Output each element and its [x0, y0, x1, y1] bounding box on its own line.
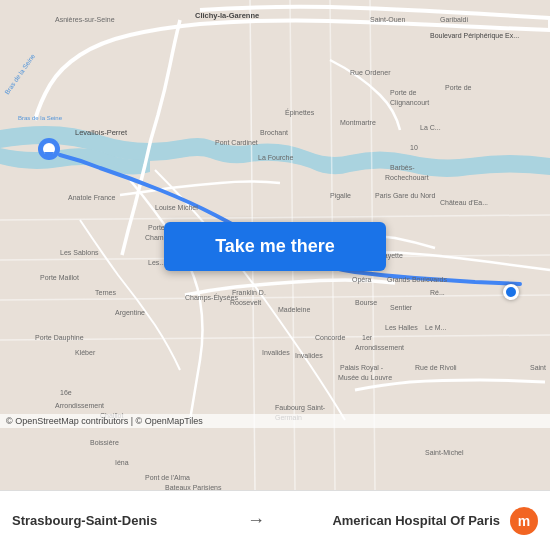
svg-text:Louise Michel: Louise Michel [155, 204, 198, 211]
svg-text:Pont de l'Alma: Pont de l'Alma [145, 474, 190, 481]
svg-text:Iéna: Iéna [115, 459, 129, 466]
svg-text:Palais Royal -: Palais Royal - [340, 364, 384, 372]
svg-text:Roosevelt: Roosevelt [230, 299, 261, 306]
svg-text:Les...: Les... [148, 259, 165, 266]
origin-info: Strasbourg-Saint-Denis [12, 513, 247, 528]
svg-text:Levallois-Perret: Levallois-Perret [75, 128, 128, 137]
svg-text:Franklin D.: Franklin D. [232, 289, 266, 296]
svg-text:Porte de: Porte de [445, 84, 472, 91]
svg-text:Musée du Louvre: Musée du Louvre [338, 374, 392, 381]
svg-text:Ternes: Ternes [95, 289, 117, 296]
svg-text:Grands Boulevards: Grands Boulevards [387, 276, 447, 283]
svg-text:Saint-Ouen: Saint-Ouen [370, 16, 406, 23]
svg-text:Anatole France: Anatole France [68, 194, 116, 201]
svg-text:Invalides: Invalides [295, 352, 323, 359]
svg-text:Les Sablons: Les Sablons [60, 249, 99, 256]
svg-text:Barbès-: Barbès- [390, 164, 415, 171]
svg-text:10: 10 [410, 144, 418, 151]
svg-text:Ré...: Ré... [430, 289, 445, 296]
svg-text:Porte Dauphine: Porte Dauphine [35, 334, 84, 342]
svg-text:Asnières-sur-Seine: Asnières-sur-Seine [55, 16, 115, 23]
svg-text:Faubourg Saint-: Faubourg Saint- [275, 404, 326, 412]
svg-text:Argentine: Argentine [115, 309, 145, 317]
svg-text:Rochechouart: Rochechouart [385, 174, 429, 181]
map-attribution: © OpenStreetMap contributors | © OpenMap… [0, 414, 550, 428]
svg-text:Montmartre: Montmartre [340, 119, 376, 126]
origin-pin [38, 138, 60, 170]
destination-info: American Hospital Of Paris [265, 513, 500, 528]
svg-text:Pont Cardinet: Pont Cardinet [215, 139, 258, 146]
svg-text:Bourse: Bourse [355, 299, 377, 306]
svg-text:Madeleine: Madeleine [278, 306, 310, 313]
svg-text:Le M...: Le M... [425, 324, 446, 331]
bottom-bar: Strasbourg-Saint-Denis → American Hospit… [0, 490, 550, 550]
take-me-there-button[interactable]: Take me there [164, 222, 386, 271]
svg-text:Bateaux Parisiens: Bateaux Parisiens [165, 484, 222, 490]
svg-text:Brochant: Brochant [260, 129, 288, 136]
svg-text:Bras de la Seine: Bras de la Seine [18, 115, 63, 121]
moovit-logo: m [510, 507, 538, 535]
svg-text:16e: 16e [60, 389, 72, 396]
svg-text:Rue de Rivoli: Rue de Rivoli [415, 364, 457, 371]
destination-pin [503, 284, 519, 300]
svg-text:Épinettes: Épinettes [285, 108, 315, 117]
svg-text:Porte de: Porte de [390, 89, 417, 96]
svg-text:Saint: Saint [530, 364, 546, 371]
svg-text:Garibaldi: Garibaldi [440, 16, 468, 23]
svg-text:La Fourche: La Fourche [258, 154, 294, 161]
destination-name: American Hospital Of Paris [332, 513, 500, 528]
moovit-icon: m [510, 507, 538, 535]
svg-text:Opéra: Opéra [352, 276, 372, 284]
arrow-icon: → [247, 510, 265, 531]
svg-text:Porte Maillot: Porte Maillot [40, 274, 79, 281]
svg-text:Invalides: Invalides [262, 349, 290, 356]
svg-text:Rue Ordener: Rue Ordener [350, 69, 391, 76]
svg-text:Arrondissement: Arrondissement [355, 344, 404, 351]
svg-text:1er: 1er [362, 334, 373, 341]
svg-text:Boulevard Périphérique Ex...: Boulevard Périphérique Ex... [430, 32, 519, 40]
svg-text:Saint-Michel: Saint-Michel [425, 449, 464, 456]
svg-text:Clichy-la-Garenne: Clichy-la-Garenne [195, 11, 259, 20]
moovit-letter: m [518, 513, 530, 529]
svg-text:Pigalle: Pigalle [330, 192, 351, 200]
svg-text:Clignancourt: Clignancourt [390, 99, 429, 107]
svg-text:Sentier: Sentier [390, 304, 413, 311]
svg-text:Les Halles: Les Halles [385, 324, 418, 331]
svg-text:Kléber: Kléber [75, 349, 96, 356]
map-container: Asnières-sur-Seine Clichy-la-Garenne Sai… [0, 0, 550, 490]
svg-text:Paris Gare du Nord: Paris Gare du Nord [375, 192, 435, 199]
svg-text:Boissière: Boissière [90, 439, 119, 446]
svg-text:Arrondissement: Arrondissement [55, 402, 104, 409]
svg-text:Concorde: Concorde [315, 334, 345, 341]
svg-text:Château d'Ea...: Château d'Ea... [440, 199, 488, 206]
svg-text:La C...: La C... [420, 124, 441, 131]
origin-name: Strasbourg-Saint-Denis [12, 513, 157, 528]
